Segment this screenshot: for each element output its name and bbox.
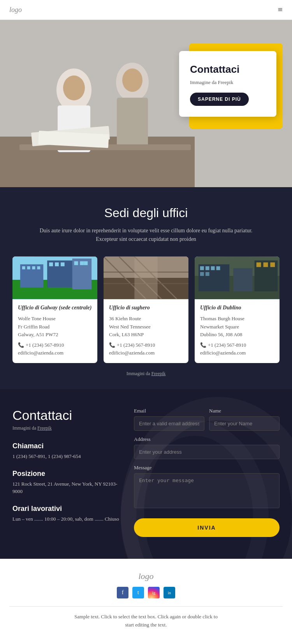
- offices-freepik-credit: Immagini da Freepik: [12, 371, 280, 377]
- form-group-message: Message: [134, 465, 280, 510]
- contact-form: Email Name Address Message INVIA: [134, 408, 280, 537]
- hero-card-title: Contattaci: [190, 63, 266, 75]
- svg-rect-33: [134, 256, 157, 299]
- svg-rect-41: [211, 266, 215, 270]
- svg-rect-47: [270, 262, 275, 267]
- svg-rect-23: [74, 261, 78, 265]
- submit-button[interactable]: INVIA: [134, 518, 280, 537]
- svg-point-4: [63, 75, 85, 100]
- office-image-cork: [104, 256, 188, 299]
- chiamaci-title: Chiamaci: [12, 442, 121, 450]
- svg-rect-44: [206, 272, 209, 276]
- contact-info-panel: Contattaci Immagini da Freepik Chiamaci …: [12, 408, 121, 537]
- phone-icon-dublin: 📞: [200, 342, 206, 348]
- offices-cards-container: Ufficio di Galway (sede centrale) Wolfe …: [12, 256, 280, 363]
- svg-rect-19: [49, 262, 53, 266]
- name-input[interactable]: [209, 416, 280, 431]
- twitter-icon[interactable]: t: [132, 587, 144, 598]
- svg-rect-37: [233, 268, 253, 291]
- svg-rect-18: [37, 266, 40, 269]
- svg-rect-39: [200, 266, 204, 270]
- svg-rect-24: [80, 261, 84, 265]
- offices-description: Duis aute irure dolor in reprehenderit i…: [29, 226, 263, 244]
- facebook-icon[interactable]: f: [117, 587, 128, 598]
- office-body-dublin: Ufficio di Dublino Thomas Burgh HouseNew…: [195, 299, 280, 363]
- svg-rect-46: [263, 262, 268, 267]
- office-body-cork: Ufficio di sughero 36 Kiehn RouteWest Ne…: [104, 299, 188, 363]
- email-label: Email: [134, 408, 204, 414]
- offices-section: Sedi degli uffici Duis aute irure dolor …: [0, 187, 292, 389]
- footer-social-links: f t ig in: [117, 587, 175, 598]
- office-image-dublin: [195, 256, 280, 299]
- hero-section: Contattaci Immagine da Freepik SAPERNE D…: [0, 20, 292, 187]
- svg-rect-25: [84, 261, 88, 265]
- posizione-title: Posizione: [12, 470, 121, 478]
- address-label: Address: [134, 436, 280, 442]
- form-row-email-name: Email Name: [134, 408, 280, 431]
- office-phone-galway: 📞 +1 (234) 567-8910: [18, 342, 92, 348]
- svg-rect-42: [216, 266, 220, 270]
- office-email-cork: edificio@azienda.com: [109, 350, 183, 356]
- office-card-cork: Ufficio di sughero 36 Kiehn RouteWest Ne…: [104, 256, 188, 363]
- address-input[interactable]: [134, 445, 280, 459]
- chiamaci-info: 1 (234) 567-891, 1 (234) 987-654: [12, 453, 121, 460]
- contact-image-credit: Immagini da Freepik: [12, 425, 121, 431]
- form-group-name: Name: [209, 408, 280, 431]
- phone-icon-cork: 📞: [109, 342, 115, 348]
- svg-rect-15: [22, 266, 25, 269]
- message-label: Message: [134, 465, 280, 471]
- svg-point-7: [122, 68, 142, 92]
- message-textarea[interactable]: [134, 473, 280, 508]
- hero-card: Contattaci Immagine da Freepik SAPERNE D…: [179, 51, 276, 117]
- svg-rect-20: [55, 262, 59, 266]
- site-header: logo ≡: [0, 0, 292, 20]
- office-name-cork: Ufficio di sughero: [109, 305, 183, 311]
- svg-rect-6: [117, 98, 148, 148]
- office-email-dublin: edificio@azienda.com: [200, 350, 274, 356]
- hero-learn-more-button[interactable]: SAPERNE DI PIÙ: [190, 93, 249, 106]
- svg-rect-16: [27, 266, 30, 269]
- svg-rect-21: [61, 262, 65, 266]
- name-label: Name: [209, 408, 280, 414]
- form-group-email: Email: [134, 408, 204, 431]
- office-card-galway: Ufficio di Galway (sede centrale) Wolfe …: [12, 256, 97, 363]
- phone-icon-galway: 📞: [18, 342, 24, 348]
- orari-info: Lun – ven ....... 10:00 – 20:00, sab, do…: [12, 515, 121, 523]
- office-name-dublin: Ufficio di Dublino: [200, 305, 274, 311]
- svg-rect-40: [206, 266, 209, 270]
- office-body-galway: Ufficio di Galway (sede centrale) Wolfe …: [12, 299, 97, 363]
- email-input[interactable]: [134, 416, 204, 431]
- office-image-galway: [12, 256, 97, 299]
- footer-logo: logo: [138, 571, 153, 581]
- office-phone-dublin: 📞 +1 (234) 567-8910: [200, 342, 274, 348]
- logo: logo: [9, 6, 22, 14]
- office-card-dublin: Ufficio di Dublino Thomas Burgh HouseNew…: [195, 256, 280, 363]
- instagram-icon[interactable]: ig: [148, 587, 160, 598]
- office-name-galway: Ufficio di Galway (sede centrale): [18, 305, 92, 311]
- menu-button[interactable]: ≡: [278, 5, 283, 15]
- office-email-galway: edificio@azienda.com: [18, 350, 92, 356]
- footer-divider: [9, 606, 283, 607]
- hero-card-credit: Immagine da Freepik: [190, 79, 266, 86]
- footer-bottom-text: Sample text. Click to select the text bo…: [74, 613, 218, 629]
- form-group-address: Address: [134, 436, 280, 459]
- orari-title: Orari lavorativi: [12, 505, 121, 513]
- svg-rect-17: [32, 266, 35, 269]
- office-address-galway: Wolfe Tone HouseFr Griffin RoadGalway, A…: [18, 315, 92, 339]
- linkedin-icon[interactable]: in: [164, 587, 175, 598]
- offices-title: Sedi degli uffici: [12, 206, 280, 220]
- svg-rect-45: [257, 262, 261, 267]
- office-phone-cork: 📞 +1 (234) 567-8910: [109, 342, 183, 348]
- site-footer: logo f t ig in Sample text. Click to sel…: [0, 559, 292, 635]
- contact-title: Contattaci: [12, 408, 121, 423]
- svg-rect-43: [200, 272, 204, 276]
- contact-section: Contattaci Immagini da Freepik Chiamaci …: [0, 389, 292, 559]
- posizione-info: 121 Rock Street, 21 Avenue, New York, NY…: [12, 480, 121, 495]
- office-address-cork: 36 Kiehn RouteWest Ned TennesseeCork, L6…: [109, 315, 183, 339]
- office-address-dublin: Thomas Burgh HouseNewmarket SquareDublin…: [200, 315, 274, 339]
